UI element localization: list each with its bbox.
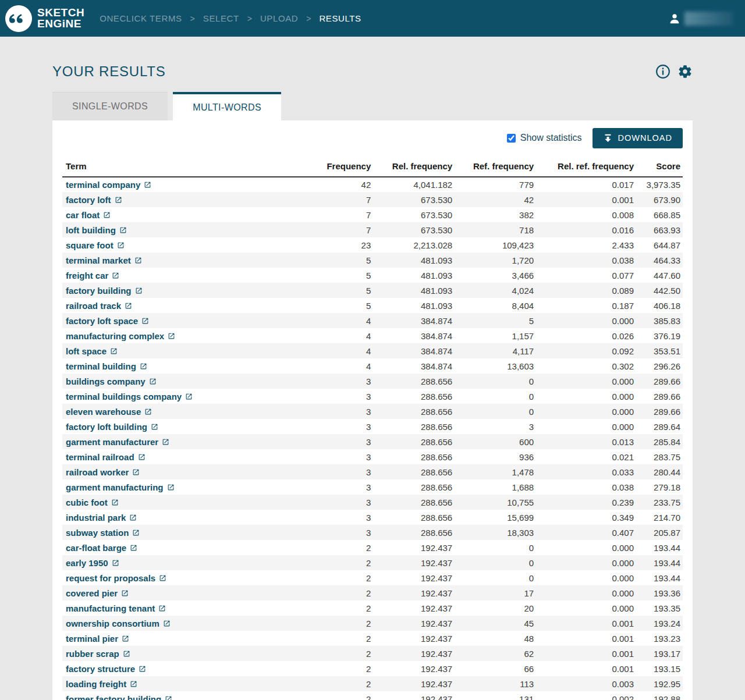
external-link-icon[interactable] — [132, 529, 140, 536]
term-link[interactable]: terminal pier — [66, 634, 129, 644]
sketch-engine-logo[interactable]: SKETCH ENGiNE — [5, 5, 84, 33]
external-link-icon[interactable] — [110, 347, 118, 355]
rel-frequency-cell: 192.437 — [373, 585, 455, 600]
term-link[interactable]: factory structure — [66, 664, 146, 674]
rel-ref-frequency-cell: 0.002 — [536, 691, 636, 700]
term-link[interactable]: former factory building — [66, 694, 172, 700]
external-link-icon[interactable] — [144, 408, 152, 415]
term-link[interactable]: factory loft — [66, 195, 122, 205]
external-link-icon[interactable] — [129, 514, 137, 521]
external-link-icon[interactable] — [134, 257, 142, 264]
external-link-icon[interactable] — [121, 589, 129, 597]
score-cell: 279.18 — [636, 479, 683, 495]
term-link[interactable]: freight car — [66, 271, 119, 280]
term-link[interactable]: subway station — [66, 528, 140, 538]
term-link[interactable]: request for proposals — [66, 573, 166, 583]
term-link[interactable]: buildings company — [66, 376, 157, 386]
show-statistics-toggle[interactable]: Show statistics — [507, 133, 582, 143]
info-icon[interactable] — [655, 64, 670, 79]
external-link-icon[interactable] — [112, 272, 119, 279]
column-header-score[interactable]: Score — [636, 158, 683, 177]
external-link-icon[interactable] — [130, 680, 137, 688]
external-link-icon[interactable] — [149, 378, 157, 385]
term-link[interactable]: car-float barge — [66, 543, 137, 553]
term-link[interactable]: factory loft building — [66, 422, 158, 432]
external-link-icon[interactable] — [119, 226, 127, 234]
term-link[interactable]: eleven warehouse — [66, 407, 152, 417]
external-link-icon[interactable] — [132, 468, 140, 476]
external-link-icon[interactable] — [163, 620, 171, 627]
external-link-icon[interactable] — [135, 287, 143, 294]
term-link[interactable]: terminal market — [66, 255, 142, 265]
breadcrumb-upload[interactable]: UPLOAD — [260, 13, 298, 23]
external-link-icon[interactable] — [162, 438, 169, 446]
external-link-icon[interactable] — [139, 665, 146, 673]
term-link[interactable]: terminal railroad — [66, 452, 146, 462]
external-link-icon[interactable] — [130, 544, 137, 552]
external-link-icon[interactable] — [112, 559, 119, 567]
external-link-icon[interactable] — [138, 453, 146, 461]
breadcrumb-select[interactable]: SELECT — [203, 13, 239, 23]
external-link-icon[interactable] — [185, 393, 193, 400]
external-link-icon[interactable] — [115, 196, 122, 204]
external-link-icon[interactable] — [144, 181, 151, 189]
external-link-icon[interactable] — [125, 302, 132, 310]
term-link[interactable]: terminal building — [66, 361, 147, 371]
external-link-icon[interactable] — [151, 423, 158, 431]
term-link[interactable]: factory building — [66, 286, 143, 296]
term-link[interactable]: loading freight — [66, 679, 137, 689]
term-link[interactable]: garment manufacturing — [66, 482, 175, 492]
external-link-icon[interactable] — [167, 484, 175, 491]
external-link-icon[interactable] — [159, 574, 166, 582]
tab-single-words[interactable]: SINGLE-WORDS — [52, 92, 168, 120]
tab-multi-words[interactable]: MULTI-WORDS — [173, 92, 281, 120]
external-link-icon[interactable] — [158, 605, 166, 612]
term-link[interactable]: factory loft space — [66, 316, 149, 326]
external-link-icon[interactable] — [165, 695, 172, 700]
column-header-rel-frequency[interactable]: Rel. frequency — [373, 158, 455, 177]
term-link[interactable]: industrial park — [66, 513, 137, 523]
score-cell: 464.33 — [636, 253, 683, 268]
term-link[interactable]: terminal company — [66, 180, 151, 190]
breadcrumb-oneclick-terms[interactable]: ONECLICK TERMS — [100, 13, 182, 23]
term-link[interactable]: cubic foot — [66, 498, 119, 507]
term-link[interactable]: rubber scrap — [66, 649, 130, 659]
external-link-icon[interactable] — [122, 635, 129, 642]
user-area[interactable] — [668, 12, 733, 26]
table-row: factory loft space 4 384.874 5 0.000 385… — [62, 313, 683, 328]
show-statistics-checkbox[interactable] — [507, 134, 516, 143]
column-header-rel-ref-frequency[interactable]: Rel. ref. frequency — [536, 158, 636, 177]
term-link[interactable]: loft building — [66, 225, 127, 235]
term-link[interactable]: garment manufacturer — [66, 437, 169, 447]
term-link[interactable]: covered pier — [66, 588, 129, 598]
term-label: cubic foot — [66, 498, 108, 507]
term-link[interactable]: car float — [66, 210, 111, 220]
external-link-icon[interactable] — [117, 241, 125, 249]
download-button[interactable]: DOWNLOAD — [593, 128, 683, 148]
external-link-icon[interactable] — [111, 499, 119, 506]
rel-ref-frequency-cell: 0.000 — [536, 389, 636, 404]
external-link-icon[interactable] — [168, 332, 175, 340]
term-link[interactable]: railroad worker — [66, 467, 140, 477]
term-link[interactable]: railroad track — [66, 301, 132, 311]
table-row: garment manufacturing 3 288.656 1,688 0.… — [62, 479, 683, 495]
term-link[interactable]: square foot — [66, 240, 125, 250]
column-header-term[interactable]: Term — [62, 158, 309, 177]
external-link-icon[interactable] — [140, 363, 147, 370]
gear-icon[interactable] — [677, 64, 693, 79]
external-link-icon[interactable] — [141, 317, 149, 325]
term-link[interactable]: terminal buildings company — [66, 392, 193, 401]
column-header-frequency[interactable]: Frequency — [309, 158, 373, 177]
ref-frequency-cell: 0 — [455, 374, 536, 389]
term-link[interactable]: ownership consortium — [66, 619, 171, 628]
term-label: garment manufacturer — [66, 437, 158, 447]
term-link[interactable]: early 1950 — [66, 558, 119, 568]
frequency-cell: 2 — [309, 661, 373, 676]
term-link[interactable]: loft space — [66, 346, 118, 356]
score-cell: 193.35 — [636, 600, 683, 616]
external-link-icon[interactable] — [123, 650, 130, 658]
term-link[interactable]: manufacturing complex — [66, 331, 175, 341]
external-link-icon[interactable] — [103, 211, 111, 219]
column-header-ref-frequency[interactable]: Ref. frequency — [455, 158, 536, 177]
term-link[interactable]: manufacturing tenant — [66, 603, 166, 613]
